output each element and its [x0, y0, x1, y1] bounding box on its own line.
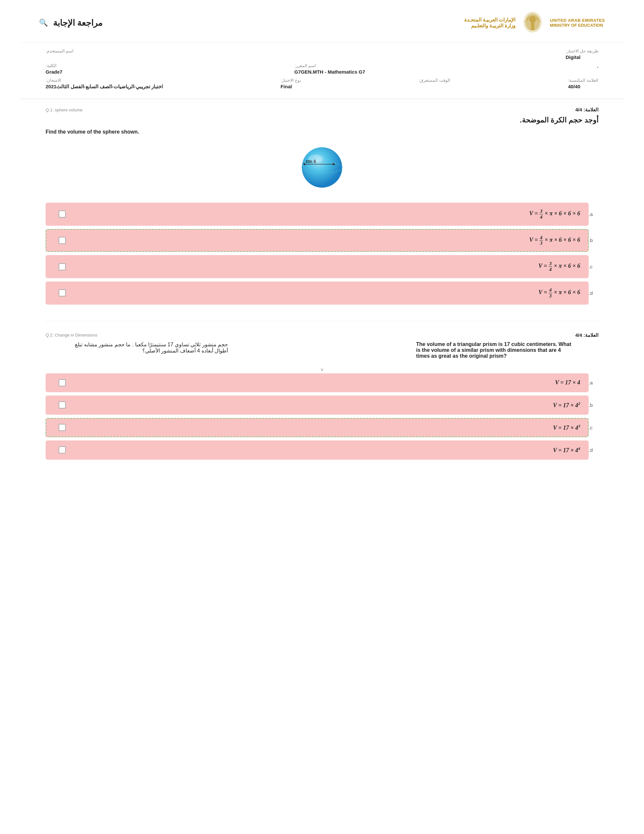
- option-formula: V = 43 × π × 6 × 6: [66, 287, 580, 299]
- option-box[interactable]: V = 43 × π × 6 × 6: [45, 281, 589, 305]
- method-field: طريقة حل الاختبار: Digital: [565, 48, 599, 60]
- q2-score: العلامة: 4/4: [575, 332, 599, 338]
- option-label: .b: [589, 238, 595, 243]
- page-title: مراجعة الإجابة: [53, 18, 103, 28]
- option-formula: V = 34 × π × 6 × 6: [66, 261, 580, 272]
- sphere-image: 6 cm: [296, 141, 348, 193]
- option-formula: V = 43 × π × 6 × 6 × 6: [66, 235, 580, 246]
- info-row-2: . اسم المقرر: G7GEN.MTH - Mathematics G7…: [45, 63, 599, 74]
- q1-block: العلامة: 4/4 Q.1: sphere volume أوجد حجم…: [19, 99, 625, 318]
- header: UNITED ARAB EMIRATES MINISTRY OF EDUCATI…: [19, 0, 625, 43]
- q1-options: .aV = 34 × π × 6 × 6 × 6.bV = 43 × π × 6…: [45, 203, 599, 305]
- q2-option-row[interactable]: .aV = 17 × 4: [45, 373, 599, 392]
- q2-id: Q.2: Change in Dimensions: [45, 333, 97, 338]
- option-checkbox[interactable]: [59, 379, 66, 386]
- ministry-en-line2: MINISTRY OF EDUCATION: [550, 23, 605, 28]
- svg-point-11: [308, 155, 323, 163]
- faculty-value: Grade7: [45, 69, 63, 74]
- time-field: الوقت المستغرق:: [419, 78, 450, 84]
- option-checkbox[interactable]: [59, 401, 66, 409]
- q2-block: العلامة: 4/4 Q.2: Change in Dimensions T…: [19, 325, 625, 473]
- exam-label: الامتحان:: [45, 78, 61, 83]
- faculty-label: الكلية:: [45, 63, 56, 68]
- option-label: .a: [589, 212, 595, 217]
- option-checkbox[interactable]: [59, 424, 66, 431]
- course-label: اسم المقرر:: [294, 63, 316, 68]
- option-checkbox[interactable]: [59, 210, 66, 218]
- q2-arabic: حجم منشور ثلاثي تساوي 17 سنتيمترًا مكعبا…: [72, 341, 228, 354]
- option-box[interactable]: V = 34 × π × 6 × 6: [45, 255, 589, 278]
- exam-field: الامتحان: اختبار تجريبي-الرياضيات-الصف ا…: [45, 78, 163, 90]
- q1-option-row[interactable]: .aV = 34 × π × 6 × 6 × 6: [45, 203, 599, 226]
- option-box[interactable]: V = 17 × 43: [45, 418, 589, 437]
- option-formula: V = 34 × π × 6 × 6 × 6: [66, 208, 580, 220]
- option-checkbox[interactable]: [59, 263, 66, 270]
- ministry-ar-line1: الإمارات العربيـة المتحـدة: [464, 17, 515, 23]
- option-box[interactable]: V = 17 × 44: [45, 440, 589, 460]
- uae-emblem-icon: [521, 10, 544, 36]
- q1-english-bold: Find the volume of the sphere shown.: [45, 129, 139, 134]
- option-box[interactable]: V = 34 × π × 6 × 6 × 6: [45, 203, 589, 226]
- svg-point-2: [529, 16, 536, 23]
- q2-text-row: The volume of a triangular prism is 17 c…: [45, 341, 599, 359]
- ministry-ar-line2: وزارة التربيـة والتعلـيم: [464, 23, 515, 29]
- exam-type-value: Final: [281, 84, 292, 89]
- user-field: اسم المستخدم:: [45, 48, 74, 54]
- svg-point-9: [333, 163, 335, 165]
- faculty-field: الكلية: Grade7: [45, 63, 63, 74]
- info-section: طريقة حل الاختبار: Digital اسم المستخدم:…: [19, 43, 625, 99]
- info-row-1: طريقة حل الاختبار: Digital اسم المستخدم:: [45, 48, 599, 60]
- course-value: G7GEN.MTH - Mathematics G7: [294, 69, 365, 74]
- option-box[interactable]: V = 43 × π × 6 × 6 × 6: [45, 229, 589, 252]
- option-label: .c: [589, 425, 595, 430]
- q1-arabic: أوجد حجم الكرة الموضحة.: [45, 116, 599, 124]
- q2-english-text: The volume of a triangular prism is 17 c…: [416, 341, 571, 359]
- ministry-ar-text: الإمارات العربيـة المتحـدة وزارة التربيـ…: [464, 17, 515, 29]
- q1-score: العلامة: 4/4: [575, 107, 599, 113]
- option-checkbox[interactable]: [59, 237, 66, 244]
- search-icon[interactable]: 🔍: [39, 19, 48, 27]
- course-field: اسم المقرر: G7GEN.MTH - Mathematics G7: [294, 63, 365, 74]
- svg-rect-3: [531, 22, 534, 29]
- score-label: العلامة المكتسبة:: [568, 78, 599, 83]
- option-formula: V = 17 × 4: [66, 379, 580, 386]
- q2-option-row[interactable]: .cV = 17 × 43: [45, 418, 599, 437]
- exam-type-label: نوع الاختبار:: [281, 78, 301, 83]
- option-checkbox[interactable]: [59, 289, 66, 296]
- q1-option-row[interactable]: .cV = 34 × π × 6 × 6: [45, 255, 599, 278]
- option-label: .b: [589, 402, 595, 408]
- ministry-en-line1: UNITED ARAB EMIRATES: [550, 18, 605, 23]
- option-label: .a: [589, 380, 595, 385]
- q2-header: العلامة: 4/4 Q.2: Change in Dimensions: [45, 332, 599, 338]
- option-box[interactable]: V = 17 × 42: [45, 396, 589, 415]
- exam-type-field: نوع الاختبار: Final: [281, 78, 301, 89]
- q1-id: Q.1: sphere volume: [45, 108, 82, 112]
- v-indicator: v: [45, 367, 599, 372]
- svg-point-8: [303, 163, 305, 165]
- option-formula: V = 17 × 43: [66, 424, 580, 432]
- option-label: .c: [589, 264, 595, 270]
- score-value: 40/40: [568, 84, 581, 89]
- option-checkbox[interactable]: [59, 446, 66, 454]
- q1-option-row[interactable]: .dV = 43 × π × 6 × 6: [45, 281, 599, 305]
- option-formula: V = 17 × 44: [66, 446, 580, 454]
- q2-option-row[interactable]: .bV = 17 × 42: [45, 396, 599, 415]
- option-formula: V = 17 × 42: [66, 401, 580, 409]
- q1-english: Find the volume of the sphere shown.: [45, 129, 599, 135]
- dot-value: .: [597, 63, 599, 69]
- option-box[interactable]: V = 17 × 4: [45, 373, 589, 392]
- q1-option-row[interactable]: .bV = 43 × π × 6 × 6 × 6: [45, 229, 599, 252]
- option-label: .d: [589, 290, 595, 296]
- time-label: الوقت المستغرق:: [419, 78, 450, 83]
- exam-value: اختبار تجريبي-الرياضيات-الصف السابع-الفص…: [45, 84, 163, 90]
- info-row-3: العلامة المكتسبة: 40/40 الوقت المستغرق: …: [45, 78, 599, 90]
- q1-header: العلامة: 4/4 Q.1: sphere volume: [45, 107, 599, 113]
- q2-option-row[interactable]: .dV = 17 × 44: [45, 440, 599, 460]
- q2-options: .aV = 17 × 4.bV = 17 × 42.cV = 17 × 43.d…: [45, 373, 599, 460]
- q2-english: The volume of a triangular prism is 17 c…: [416, 341, 572, 359]
- svg-point-5: [302, 147, 342, 187]
- q1-q2-divider: [45, 321, 599, 321]
- logo-group: UNITED ARAB EMIRATES MINISTRY OF EDUCATI…: [464, 10, 605, 36]
- header-right: مراجعة الإجابة 🔍: [39, 18, 103, 28]
- method-label: طريقة حل الاختبار:: [565, 48, 599, 53]
